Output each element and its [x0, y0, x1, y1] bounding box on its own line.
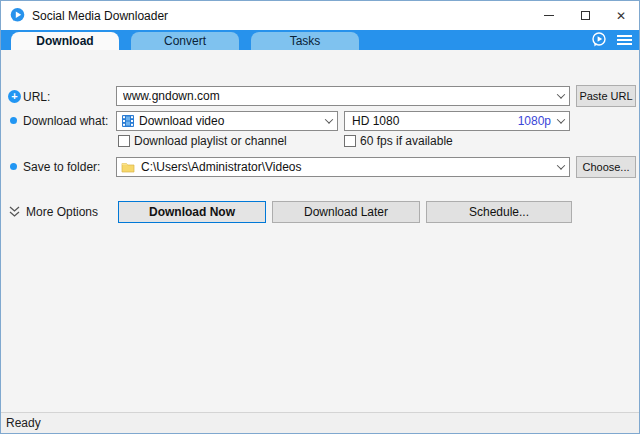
- paste-url-button[interactable]: Paste URL: [576, 85, 636, 107]
- fps-checkbox-row: 60 fps if available: [344, 133, 453, 148]
- close-icon: ✕: [616, 10, 626, 22]
- quality-value: HD 1080: [349, 114, 518, 128]
- bullet-icon: [10, 163, 17, 170]
- maximize-button[interactable]: [567, 1, 603, 30]
- maximize-icon: [581, 11, 590, 20]
- film-strip-icon: [121, 114, 135, 128]
- window-title: Social Media Downloader: [32, 1, 168, 30]
- playlist-checkbox-label: Download playlist or channel: [134, 134, 287, 148]
- more-options-toggle[interactable]: More Options: [26, 202, 98, 222]
- tab-download[interactable]: Download: [11, 32, 119, 50]
- tab-bar: Download Convert Tasks: [1, 30, 639, 50]
- url-dropdown-arrow[interactable]: [553, 87, 569, 105]
- playlist-checkbox[interactable]: [118, 135, 130, 147]
- fps-checkbox[interactable]: [344, 135, 356, 147]
- tab-download-label: Download: [36, 34, 93, 48]
- tab-bar-icons: [590, 30, 633, 50]
- save-folder-label: Save to folder:: [23, 157, 100, 177]
- fps-checkbox-label: 60 fps if available: [360, 134, 453, 148]
- app-logo-icon: [9, 7, 26, 24]
- save-folder-combobox[interactable]: [116, 157, 570, 177]
- playlist-checkbox-row: Download playlist or channel: [118, 133, 287, 148]
- add-url-icon: +: [8, 90, 21, 103]
- hamburger-menu-icon[interactable]: [616, 32, 633, 48]
- url-label: URL:: [23, 87, 50, 107]
- download-type-value: Download video: [139, 114, 321, 128]
- status-bar: Ready: [1, 412, 639, 433]
- minimize-icon: [544, 15, 554, 16]
- tab-tasks-label: Tasks: [290, 34, 321, 48]
- close-button[interactable]: ✕: [603, 1, 639, 30]
- title-bar: Social Media Downloader ✕: [1, 1, 639, 30]
- chevron-down-icon: [557, 115, 565, 123]
- schedule-button[interactable]: Schedule...: [426, 201, 572, 223]
- download-type-arrow[interactable]: [321, 112, 337, 130]
- choose-folder-button[interactable]: Choose...: [576, 156, 636, 178]
- url-combobox[interactable]: [116, 86, 570, 106]
- download-now-button[interactable]: Download Now: [118, 201, 266, 223]
- tab-tasks[interactable]: Tasks: [251, 32, 359, 50]
- download-type-select[interactable]: Download video: [116, 111, 338, 131]
- save-folder-arrow[interactable]: [553, 158, 569, 176]
- quality-arrow[interactable]: [553, 112, 569, 130]
- status-text: Ready: [6, 416, 41, 430]
- chevron-down-icon: [557, 90, 565, 98]
- folder-icon: [121, 160, 135, 174]
- help-bubble-play-icon[interactable]: [590, 32, 608, 48]
- url-input[interactable]: [121, 89, 553, 103]
- download-what-label: Download what:: [23, 111, 108, 131]
- app-window: Social Media Downloader ✕ Download Conve…: [0, 0, 640, 434]
- save-folder-input[interactable]: [139, 160, 553, 174]
- chevron-down-icon: [325, 115, 333, 123]
- chevron-down-icon: [557, 161, 565, 169]
- tab-convert-label: Convert: [164, 34, 206, 48]
- quality-select[interactable]: HD 1080 1080p: [344, 111, 570, 131]
- minimize-button[interactable]: [531, 1, 567, 30]
- bullet-icon: [10, 117, 17, 124]
- double-chevron-down-icon: [8, 205, 21, 222]
- download-later-button[interactable]: Download Later: [272, 201, 420, 223]
- window-controls: ✕: [531, 1, 639, 30]
- quality-badge: 1080p: [518, 114, 553, 128]
- tab-convert[interactable]: Convert: [131, 32, 239, 50]
